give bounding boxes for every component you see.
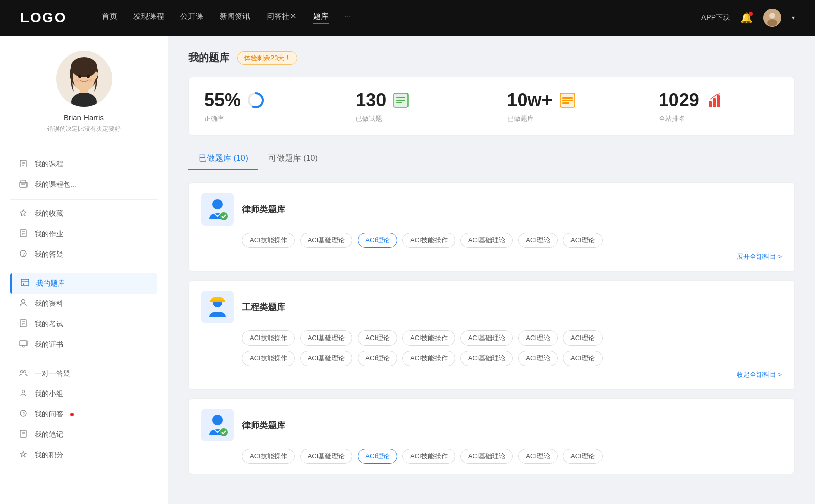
bank-0-tag-3[interactable]: ACI技能操作 [402, 233, 455, 248]
done-questions-label: 已做试题 [356, 114, 382, 123]
bank-1-tag2-4[interactable]: ACI基础理论 [460, 351, 513, 366]
svg-marker-62 [718, 93, 720, 95]
notification-bell[interactable]: 🔔 [740, 12, 753, 24]
accuracy-value: 55% [204, 90, 241, 111]
svg-point-31 [22, 300, 25, 303]
user-motto: 错误的决定比没有决定要好 [47, 125, 121, 133]
app-download-button[interactable]: APP下载 [701, 13, 730, 22]
question-bank-icon [20, 278, 30, 289]
sidebar-item-my-exam[interactable]: 我的考试 [10, 314, 157, 334]
tab-available-banks[interactable]: 可做题库 (10) [258, 148, 328, 170]
svg-rect-56 [562, 97, 573, 99]
sidebar-item-my-profile[interactable]: 我的资料 [10, 294, 157, 314]
bank-card-1-footer: 收起全部科目 > [201, 370, 782, 379]
ranking-label: 全站排名 [659, 114, 685, 123]
svg-point-2 [767, 19, 777, 26]
sidebar-item-one-on-one[interactable]: 一对一答疑 [10, 363, 157, 384]
nav-links: 首页 发现课程 公开课 新闻资讯 问答社区 题库 ··· [102, 12, 681, 24]
bank-card-0-tags: ACI技能操作 ACI基础理论 ACI理论 ACI技能操作 ACI基础理论 AC… [242, 233, 782, 248]
bank-card-2-icon [201, 409, 234, 441]
bank-1-expand-link[interactable]: 收起全部科目 > [737, 370, 782, 379]
homework-icon [18, 229, 29, 239]
user-avatar[interactable] [763, 9, 781, 27]
bank-1-tag-3[interactable]: ACI技能操作 [402, 330, 455, 346]
nav-open-course[interactable]: 公开课 [180, 12, 203, 24]
svg-rect-18 [21, 180, 26, 183]
sidebar-item-my-qa[interactable]: ? 我的答疑 [10, 244, 157, 265]
sidebar-item-my-course[interactable]: 我的课程 [10, 154, 157, 175]
my-course-package-icon [18, 180, 29, 190]
bank-0-tag-1[interactable]: ACI基础理论 [300, 233, 353, 248]
bank-2-tag-1[interactable]: ACI基础理论 [300, 449, 353, 464]
stat-done-banks-value-row: 10w+ [507, 90, 577, 111]
tab-done-banks[interactable]: 已做题库 (10) [188, 148, 258, 170]
bank-card-1-title: 工程类题库 [242, 301, 285, 313]
qa-icon: ? [18, 249, 29, 260]
sidebar-item-my-homework[interactable]: 我的作业 [10, 224, 157, 244]
bank-0-tag-0[interactable]: ACI技能操作 [242, 233, 295, 248]
avatar-dropdown-chevron[interactable]: ▾ [792, 14, 795, 21]
bank-0-tag-4[interactable]: ACI基础理论 [460, 233, 513, 248]
sidebar-item-my-notes[interactable]: 我的笔记 [10, 425, 157, 445]
bank-1-tag-0[interactable]: ACI技能操作 [242, 330, 295, 346]
bank-0-tag-2[interactable]: ACI理论 [358, 233, 397, 248]
nav-news[interactable]: 新闻资讯 [220, 12, 250, 24]
bank-1-tag-2[interactable]: ACI理论 [358, 330, 397, 346]
svg-marker-46 [20, 451, 26, 457]
sidebar-item-my-course-package[interactable]: 我的课程包... [10, 175, 157, 195]
sidebar-item-my-answers[interactable]: ? 我的问答 [10, 404, 157, 425]
bank-1-tag2-6[interactable]: ACI理论 [563, 351, 603, 366]
bank-0-tag-5[interactable]: ACI理论 [518, 233, 558, 248]
bank-card-1-icon [201, 291, 234, 323]
done-questions-icon [391, 91, 411, 110]
exam-icon [18, 319, 29, 329]
group-icon [18, 389, 29, 399]
notes-icon [18, 430, 29, 440]
sidebar-item-my-certificate[interactable]: 我的证书 [10, 334, 157, 355]
nav-more[interactable]: ··· [345, 12, 351, 24]
sidebar-item-my-group[interactable]: 我的小组 [10, 384, 157, 404]
bank-1-tag-1[interactable]: ACI基础理论 [300, 330, 353, 346]
bank-1-tag2-3[interactable]: ACI技能操作 [402, 351, 455, 366]
bank-1-tag-6[interactable]: ACI理论 [563, 330, 603, 346]
sidebar-item-my-points[interactable]: 我的积分 [10, 445, 157, 465]
page-body: Brian Harris 错误的决定比没有决定要好 我的课程 我的课程包... [0, 36, 815, 504]
bank-2-tag-5[interactable]: ACI理论 [518, 449, 558, 464]
bank-0-tag-6[interactable]: ACI理论 [563, 233, 603, 248]
svg-point-10 [87, 75, 90, 78]
bank-1-tag2-0[interactable]: ACI技能操作 [242, 351, 295, 366]
bank-1-tag-5[interactable]: ACI理论 [518, 330, 558, 346]
bank-1-tag2-5[interactable]: ACI理论 [518, 351, 558, 366]
nav-qa[interactable]: 问答社区 [266, 12, 297, 24]
certificate-icon [18, 340, 29, 350]
bank-2-tag-6[interactable]: ACI理论 [563, 449, 603, 464]
sidebar-divider-2 [10, 269, 157, 269]
bank-2-tag-2[interactable]: ACI理论 [358, 449, 397, 464]
bank-card-0: 律师类题库 ACI技能操作 ACI基础理论 ACI理论 ACI技能操作 ACI基… [188, 182, 795, 272]
svg-point-39 [24, 371, 26, 373]
stat-accuracy: 55% 正确率 [189, 77, 340, 135]
stat-accuracy-value-row: 55% [204, 90, 265, 111]
nav-discover[interactable]: 发现课程 [133, 12, 164, 24]
svg-point-69 [220, 428, 228, 436]
bank-2-tag-4[interactable]: ACI基础理论 [460, 449, 513, 464]
sidebar-divider-3 [10, 359, 157, 359]
bank-1-tag-4[interactable]: ACI基础理论 [460, 330, 513, 346]
sidebar-item-my-favorites[interactable]: 我的收藏 [10, 204, 157, 224]
bank-2-tag-0[interactable]: ACI技能操作 [242, 449, 295, 464]
svg-marker-20 [20, 210, 26, 216]
nav-question-bank[interactable]: 题库 [313, 12, 329, 24]
bank-2-tag-3[interactable]: ACI技能操作 [402, 449, 455, 464]
nav-home[interactable]: 首页 [102, 12, 117, 24]
bank-0-expand-link[interactable]: 展开全部科目 > [737, 252, 782, 261]
sidebar-item-my-question-bank[interactable]: 我的题库 [10, 273, 157, 294]
bank-1-tag2-1[interactable]: ACI基础理论 [300, 351, 353, 366]
page-header: 我的题库 体验剩余23天！ [188, 51, 795, 65]
main-content: 我的题库 体验剩余23天！ 55% 正确率 [168, 36, 815, 504]
bank-1-tag2-2[interactable]: ACI理论 [358, 351, 397, 366]
done-banks-icon [558, 91, 577, 110]
svg-point-68 [212, 415, 223, 425]
svg-point-63 [212, 199, 223, 209]
avatar-image [763, 9, 781, 27]
done-banks-value: 10w+ [507, 90, 553, 111]
